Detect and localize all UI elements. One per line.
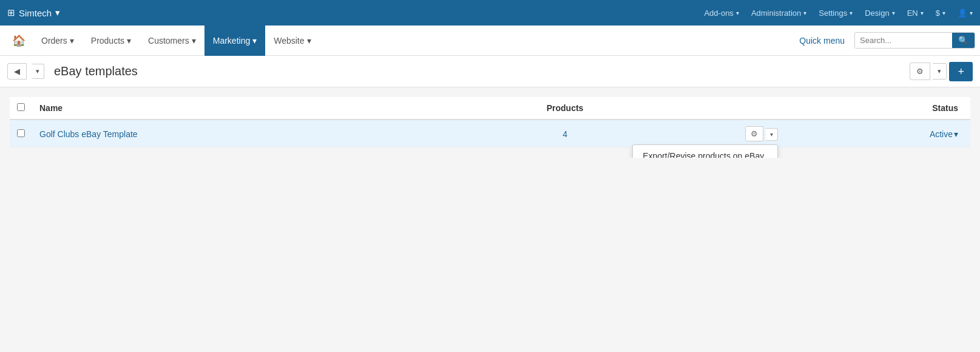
row-dropdown-menu: Export/Revise products on eBay End eBay … xyxy=(632,144,778,158)
table-body: Golf Clubs eBay Template 4 ⚙ ▾ Export/Re… xyxy=(10,120,970,148)
gear-button[interactable]: ⚙ xyxy=(910,63,930,80)
nav-currency[interactable]: $ ▾ xyxy=(936,8,945,18)
design-caret: ▾ xyxy=(892,10,895,16)
nav-products[interactable]: Products ▾ xyxy=(83,25,140,56)
row-checkbox[interactable] xyxy=(17,129,25,137)
table-row: Golf Clubs eBay Template 4 ⚙ ▾ Export/Re… xyxy=(10,120,970,148)
back-caret-button[interactable]: ▾ xyxy=(32,64,44,79)
back-button[interactable]: ◀ xyxy=(7,63,27,80)
col-status: Status xyxy=(785,97,970,120)
col-products: Products xyxy=(466,97,664,120)
nav-user[interactable]: 👤 ▾ xyxy=(958,8,973,18)
page-title: eBay templates xyxy=(54,64,138,78)
nav-marketing[interactable]: Marketing ▾ xyxy=(204,25,265,56)
search-input[interactable] xyxy=(855,33,952,47)
nav-lang[interactable]: EN ▾ xyxy=(907,8,924,18)
row-name-link[interactable]: Golf Clubs eBay Template xyxy=(39,129,138,139)
row-products-count: 4 xyxy=(563,129,567,139)
products-caret: ▾ xyxy=(127,36,131,46)
row-gear-dropdown: ⚙ ▾ Export/Revise products on eBay End e… xyxy=(745,126,778,141)
select-all-checkbox[interactable] xyxy=(17,103,25,111)
nav-website[interactable]: Website ▾ xyxy=(265,25,319,56)
dropdown-item-export[interactable]: Export/Revise products on eBay xyxy=(633,145,777,158)
status-caret: ▾ xyxy=(954,129,958,139)
table-header-row: Name Products Status xyxy=(10,97,970,120)
nav-customers[interactable]: Customers ▾ xyxy=(140,25,204,56)
row-status-cell: Active ▾ xyxy=(785,120,970,148)
user-icon: 👤 xyxy=(958,8,967,18)
nav-administration[interactable]: Administration ▾ xyxy=(751,8,806,18)
add-button[interactable]: + xyxy=(949,62,973,81)
select-all-cell xyxy=(10,97,32,120)
nav-orders[interactable]: Orders ▾ xyxy=(33,25,83,56)
second-nav: 🏠 Orders ▾ Products ▾ Customers ▾ Market… xyxy=(0,25,980,56)
orders-caret: ▾ xyxy=(70,36,74,46)
lang-caret: ▾ xyxy=(921,10,924,16)
row-gear-caret-button[interactable]: ▾ xyxy=(766,128,778,141)
marketing-caret: ▾ xyxy=(252,36,257,46)
nav-addons[interactable]: Add-ons ▾ xyxy=(704,8,738,18)
row-gear-button[interactable]: ⚙ xyxy=(745,126,763,141)
customers-caret: ▾ xyxy=(192,36,196,46)
nav-settings[interactable]: Settings ▾ xyxy=(819,8,853,18)
addons-caret: ▾ xyxy=(736,10,739,16)
top-nav: ⊞ Simtech ▾ Add-ons ▾ Administration ▾ S… xyxy=(0,0,980,25)
gear-caret-button[interactable]: ▾ xyxy=(933,63,947,80)
currency-caret: ▾ xyxy=(942,10,945,16)
grid-icon: ⊞ xyxy=(7,7,15,18)
top-nav-left: ⊞ Simtech ▾ xyxy=(7,7,60,18)
row-products-cell: 4 xyxy=(466,120,664,148)
brand-caret: ▾ xyxy=(55,7,60,18)
quick-menu-link[interactable]: Quick menu xyxy=(799,36,845,46)
brand-logo[interactable]: ⊞ Simtech ▾ xyxy=(7,7,60,18)
main-content: Name Products Status Golf Clubs eBay Tem… xyxy=(0,87,980,158)
admin-caret: ▾ xyxy=(803,10,806,16)
home-button[interactable]: 🏠 xyxy=(5,34,33,47)
row-name-cell: Golf Clubs eBay Template xyxy=(32,120,466,148)
row-actions-cell: ⚙ ▾ Export/Revise products on eBay End e… xyxy=(664,120,785,148)
row-actions: ⚙ ▾ Export/Revise products on eBay End e… xyxy=(671,126,778,141)
row-checkbox-cell xyxy=(10,120,32,148)
ebay-templates-table: Name Products Status Golf Clubs eBay Tem… xyxy=(10,97,970,148)
user-caret: ▾ xyxy=(970,10,973,16)
page-header-actions: ⚙ ▾ + xyxy=(910,62,973,81)
col-name: Name xyxy=(32,97,466,120)
table-head: Name Products Status xyxy=(10,97,970,120)
nav-right: Quick menu 🔍 xyxy=(799,32,975,49)
top-nav-right: Add-ons ▾ Administration ▾ Settings ▾ De… xyxy=(704,8,973,18)
search-button[interactable]: 🔍 xyxy=(952,33,975,48)
settings-caret: ▾ xyxy=(850,10,853,16)
page-header: ◀ ▾ eBay templates ⚙ ▾ + xyxy=(0,56,980,87)
brand-name: Simtech xyxy=(19,8,52,18)
search-box: 🔍 xyxy=(854,32,975,49)
col-actions-header xyxy=(664,97,785,120)
row-status[interactable]: Active ▾ xyxy=(792,129,963,139)
nav-design[interactable]: Design ▾ xyxy=(865,8,894,18)
website-caret: ▾ xyxy=(307,36,311,46)
